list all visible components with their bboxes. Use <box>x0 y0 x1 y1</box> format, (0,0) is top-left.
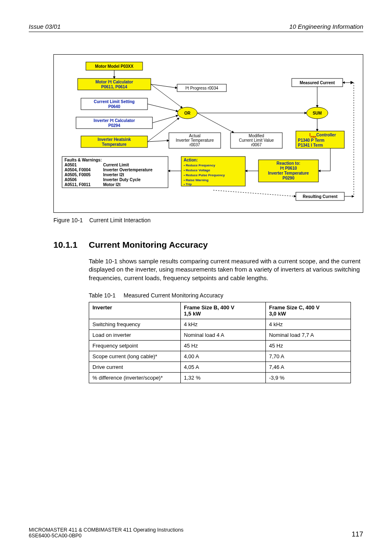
cls-l2: P0640 <box>108 104 120 109</box>
mod-l3: r0067 <box>251 143 262 147</box>
cell: Drive current <box>89 362 181 372</box>
cell: 45 Hz <box>265 340 350 351</box>
fault-1-c: A0504, F0004 <box>65 168 91 172</box>
action-a3: • Reduce Pulse Frequency <box>184 173 225 177</box>
figure-caption: Figure 10-1 Current Limit Interaction <box>53 217 363 223</box>
table-title: Measured Current Monitoring Accuracy <box>124 292 224 299</box>
cell: 4,00 A <box>180 351 265 362</box>
actual-l2: Inverter Temperature <box>176 138 214 143</box>
cell: Frequency setpoint <box>89 340 181 351</box>
cell: Load on inverter <box>89 329 181 340</box>
cell: % difference (inverter/scope)* <box>89 372 181 383</box>
footer-line2: 6SE6400-5CA00-0BP0 <box>29 533 184 539</box>
svg-text:Inverter Overtemperature: Inverter Overtemperature <box>103 168 152 172</box>
reaction-r3: P0290 <box>283 176 295 180</box>
fault-4-l: Motor I2t <box>103 182 121 187</box>
cell: Nominal load 7,7 A <box>265 329 350 340</box>
motor-i2t-l2: P0611, P0614 <box>101 85 127 89</box>
action-a2: • Reduce Voltage <box>184 168 210 172</box>
figure-number: Figure 10-1 <box>53 217 83 223</box>
cell: Switching frequency <box>89 319 181 329</box>
cls-l1: Current Limit Setting <box>94 99 134 104</box>
fault-3-l: Inverter Duty Cycle <box>103 177 141 182</box>
cell: 7,46 A <box>265 362 350 372</box>
svg-text:A0504, F0004: A0504, F0004 <box>65 168 91 172</box>
or-label: OR <box>184 111 191 115</box>
footer-left: MICROMASTER 411 & COMBIMASTER 411 Operat… <box>29 527 184 539</box>
fault-3-c: A0506 <box>65 177 77 182</box>
cell: 4 kHz <box>265 319 350 329</box>
table-header-1: Frame Size B, 400 V 1,5 kW <box>180 302 265 319</box>
page-number: 117 <box>352 530 363 539</box>
mod-l2: Current Limit Value <box>239 138 274 143</box>
svg-text:Inverter I2t: Inverter I2t <box>103 173 125 177</box>
table-row: Drive current4,05 A7,46 A <box>89 362 351 372</box>
svg-line-11 <box>197 113 234 133</box>
header-left: Issue 03/01 <box>29 23 61 30</box>
motor-model-label: Motor Model P03XX <box>95 64 134 69</box>
table-header-0: Inverter <box>89 302 181 319</box>
inv-i2t-l1: Inverter I²t Calculator <box>94 118 135 123</box>
cell: 45 Hz <box>180 340 265 351</box>
reaction-title: Reaction to: <box>277 161 300 166</box>
table-row: % difference (inverter/scope)*1,32 %-3,9… <box>89 372 351 383</box>
actual-l3: r0037 <box>189 143 200 147</box>
page-footer: MICROMASTER 411 & COMBIMASTER 411 Operat… <box>29 527 363 539</box>
svg-line-7 <box>148 104 178 111</box>
faults-title: Faults & Warnings: <box>65 158 102 162</box>
section-title: Current Monitoring Accuracy <box>89 240 208 250</box>
cell: 4 kHz <box>180 319 265 329</box>
fault-2-l: Inverter I2t <box>103 173 125 177</box>
action-a4: • Raise Warning <box>184 178 208 182</box>
reaction-r1: I²t P0610 <box>280 166 297 170</box>
body-paragraph: Table 10-1 shows sample results comparin… <box>89 257 363 282</box>
measured-label: Measured Current <box>300 81 335 85</box>
cell: Scope current (long cable)* <box>89 351 181 362</box>
table-row: Switching frequency4 kHz4 kHz <box>89 319 351 329</box>
table-number: Table 10-1 <box>89 292 115 299</box>
action-a5: • Trip <box>184 182 192 186</box>
table-row: Load on inverterNominal load 4 ANominal … <box>89 329 351 340</box>
svg-text:Inverter Duty Cycle: Inverter Duty Cycle <box>103 177 141 182</box>
footer-line1: MICROMASTER 411 & COMBIMASTER 411 Operat… <box>29 527 184 533</box>
mod-l1: Modified <box>249 134 264 138</box>
accuracy-table: Inverter Frame Size B, 400 V 1,5 kW Fram… <box>89 302 351 383</box>
svg-line-10 <box>148 140 169 142</box>
fault-2-c: A0505, F0005 <box>65 173 91 177</box>
svg-text:A0506: A0506 <box>65 177 77 182</box>
table-caption: Table 10-1 Measured Current Monitoring A… <box>89 292 363 299</box>
table-row: Scope current (long cable)*4,00 A7,70 A <box>89 351 351 362</box>
resulting-label: Resulting Current <box>303 194 338 199</box>
sum-label: SUM <box>313 111 322 115</box>
table-header-row: Inverter Frame Size B, 400 V 1,5 kW Fram… <box>89 302 351 319</box>
table-row: Frequency setpoint45 Hz45 Hz <box>89 340 351 351</box>
action-a1: • Reduce Frequency <box>184 164 215 167</box>
cell: 7,70 A <box>265 351 350 362</box>
cell: 4,05 A <box>180 362 265 372</box>
svg-text:Motor I2t: Motor I2t <box>103 182 121 187</box>
header-right: 10 Engineering Information <box>289 23 363 30</box>
svg-text:Current Limit: Current Limit <box>103 163 129 167</box>
inv-hs-l2: Temperature <box>102 142 127 147</box>
motor-i2t-l1: Motor I²t Calculator <box>95 80 133 84</box>
fault-4-c: A0511, F0011 <box>65 182 91 187</box>
reaction-r2: Inverter Temperature <box>268 171 309 175</box>
ctrl-l3: P1341 I Term <box>298 143 323 147</box>
diagram-frame: Motor Model P03XX Motor I²t Calculator P… <box>53 54 363 213</box>
action-title: Action: <box>184 158 198 162</box>
progress-label: I²t Progress r0034 <box>185 86 218 90</box>
svg-text:A0501: A0501 <box>65 163 77 167</box>
inv-hs-l1: Inverter Heatsink <box>97 137 131 142</box>
fault-1-l: Inverter Overtemperature <box>103 168 152 172</box>
figure-title: Current Limit Interaction <box>89 217 150 223</box>
section-heading: 10.1.1 Current Monitoring Accuracy <box>53 240 363 250</box>
cell: Nominal load 4 A <box>180 329 265 340</box>
svg-text:A0505, F0005: A0505, F0005 <box>65 173 91 177</box>
ctrl-l2: P1340 P Term <box>298 138 325 143</box>
table-header-2: Frame Size C, 400 V 3,0 kW <box>265 302 350 319</box>
actual-l1: Actual <box>189 134 201 138</box>
cell: 1,32 % <box>180 372 265 383</box>
page-header: Issue 03/01 10 Engineering Information <box>29 23 363 32</box>
svg-line-36 <box>213 190 296 196</box>
fault-0-l: Current Limit <box>103 163 129 167</box>
